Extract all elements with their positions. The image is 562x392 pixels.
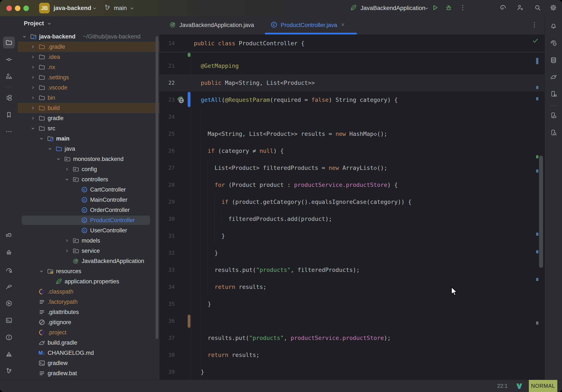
search-everywhere-icon[interactable] — [534, 4, 542, 12]
tree-item-gradlew.bat[interactable]: gradlew.bat — [18, 368, 159, 378]
code-line-24[interactable]: 24 — [159, 108, 545, 125]
caret-position-widget[interactable]: 22:1 — [497, 383, 508, 389]
tree-item-.settings[interactable]: .settings — [18, 72, 159, 83]
sticky-code-line[interactable]: public class ProductController { — [194, 35, 304, 52]
code-line-30[interactable]: 30 filteredProducts.add(product); — [159, 211, 545, 227]
code-line-37[interactable]: 37 results.put("products", productServic… — [159, 330, 545, 346]
code-line-33[interactable]: 33 results.put("products", filteredProdu… — [159, 261, 545, 278]
tool-button-commit[interactable] — [3, 54, 15, 65]
tree-item-JavaBackendApplication[interactable]: JavaBackendApplication — [18, 256, 159, 266]
line-number[interactable]: 36 — [159, 312, 175, 330]
code-line-23[interactable]: 23 getAll(@RequestParam(required = false… — [159, 91, 545, 108]
tree-item-CartController[interactable]: CCartController — [18, 185, 159, 195]
code-line-26[interactable]: 26 if (category ≠ null) { — [159, 143, 545, 159]
chevron-right-icon[interactable] — [30, 72, 36, 83]
chevron-down-icon[interactable] — [64, 174, 70, 185]
tab-options-kebab-icon[interactable] — [531, 21, 539, 29]
error-stripe-mark[interactable] — [536, 321, 539, 325]
vim-mode-badge[interactable]: NORMAL — [529, 380, 557, 392]
code-line-34[interactable]: 34 return results; — [159, 278, 545, 296]
tree-item-.factorypath[interactable]: .factorypath — [18, 297, 159, 307]
chevron-right-icon[interactable] — [64, 164, 70, 174]
line-number[interactable]: 24 — [159, 108, 175, 125]
tool-button-incognito[interactable] — [3, 246, 15, 258]
error-stripe-mark[interactable] — [536, 250, 539, 253]
code-line-28[interactable]: 28 for (Product product : productService… — [159, 177, 545, 193]
code-line-39[interactable]: 39 } — [159, 364, 545, 380]
ideavim-icon[interactable] — [516, 382, 523, 390]
editor-tab-ProductController.java[interactable]: CProductController.java — [265, 16, 351, 34]
tool-button-terminal[interactable] — [3, 314, 15, 326]
tree-item-service[interactable]: service — [18, 246, 159, 256]
tree-item-.gitignore[interactable]: .gitignore — [18, 317, 159, 327]
run-configuration-selector[interactable]: JavaBackendApplication — [361, 0, 425, 16]
tree-item-java-backend[interactable]: java-backend~/Github/java-backend — [18, 31, 159, 42]
chevron-right-icon[interactable] — [64, 246, 70, 256]
chevron-down-icon[interactable] — [47, 144, 53, 154]
tree-item-.project[interactable]: .project — [18, 327, 159, 338]
line-number[interactable]: 28 — [159, 177, 175, 193]
line-number[interactable]: 38 — [159, 346, 175, 364]
tree-item-MainController[interactable]: CMainController — [18, 195, 159, 205]
settings-gear-icon[interactable] — [550, 4, 558, 12]
tool-button-bookmarks[interactable] — [3, 109, 15, 121]
chevron-down-icon[interactable] — [30, 123, 36, 133]
tree-item-ProductController[interactable]: CProductController — [18, 215, 159, 225]
code-line-31[interactable]: 31 } — [159, 227, 545, 244]
chevron-down-icon[interactable] — [38, 266, 45, 276]
run-button[interactable] — [432, 4, 440, 12]
minimize-window-button[interactable] — [15, 6, 20, 11]
tool-button-gradle[interactable] — [548, 71, 560, 83]
tree-item-build[interactable]: build — [18, 103, 159, 113]
tree-item-java[interactable]: java — [18, 144, 159, 154]
line-number[interactable]: 33 — [159, 261, 175, 278]
line-number[interactable]: 22 — [159, 74, 175, 91]
code-line-32[interactable]: 32 } — [159, 244, 545, 261]
tool-button-database[interactable] — [548, 54, 560, 66]
project-tree-scrollbar[interactable] — [156, 36, 158, 339]
line-number[interactable]: 25 — [159, 125, 175, 143]
chevron-right-icon[interactable] — [30, 42, 36, 52]
code-line-21[interactable]: 21 @GetMapping — [159, 57, 545, 74]
line-number[interactable]: 37 — [159, 330, 175, 346]
debug-button[interactable] — [445, 4, 453, 12]
tool-button-project[interactable] — [3, 36, 15, 48]
tree-item-config[interactable]: config — [18, 164, 159, 174]
chevron-right-icon[interactable] — [30, 113, 36, 123]
project-widget[interactable]: java-backend — [54, 0, 91, 16]
code-line-29[interactable]: 29 if (product.getCategory().equalsIgnor… — [159, 193, 545, 211]
tree-item-resources[interactable]: resources — [18, 266, 159, 276]
error-stripe-mark[interactable] — [536, 169, 539, 173]
line-number[interactable]: 21 — [159, 57, 175, 74]
line-number[interactable]: 14 — [159, 35, 175, 52]
tool-button-version-control[interactable] — [3, 365, 15, 377]
tool-button-warnings[interactable] — [3, 348, 15, 360]
tool-button-ai-assistant[interactable] — [548, 37, 560, 49]
tool-button-layout-inspector[interactable] — [548, 109, 560, 121]
error-stripe-mark[interactable] — [536, 278, 539, 281]
chevron-right-icon[interactable] — [30, 83, 36, 93]
tree-item-.classpath[interactable]: .classpath — [18, 286, 159, 297]
ai-assistant-icon[interactable] — [499, 4, 507, 12]
chevron-down-icon[interactable] — [38, 133, 45, 144]
chevron-right-icon[interactable] — [64, 236, 70, 246]
tree-item-src[interactable]: src — [18, 123, 159, 133]
chevron-right-icon[interactable] — [30, 103, 36, 113]
line-number[interactable]: 39 — [159, 364, 175, 380]
maximize-window-button[interactable] — [23, 6, 29, 11]
line-number[interactable]: 27 — [159, 159, 175, 177]
code-line-25[interactable]: 25 Map<String, List<Product>> results = … — [159, 125, 545, 143]
close-tab-icon[interactable] — [340, 22, 346, 28]
gutter-change-marker-whitespace[interactable] — [188, 315, 190, 328]
tool-button-profiler[interactable] — [3, 264, 15, 276]
tool-button-device-manager[interactable] — [548, 88, 560, 100]
error-stripe-mark[interactable] — [536, 86, 539, 89]
tree-item-.gradle[interactable]: .gradle — [18, 42, 159, 52]
line-number[interactable]: 32 — [159, 244, 175, 261]
tool-button-problems[interactable] — [3, 332, 15, 343]
tree-item-gradlew[interactable]: gradlew — [18, 358, 159, 368]
tree-item-UserController[interactable]: CUserController — [18, 225, 159, 236]
tree-item-bin[interactable]: bin — [18, 93, 159, 103]
error-stripe-mark[interactable] — [536, 233, 539, 236]
tree-item-controllers[interactable]: controllers — [18, 174, 159, 185]
